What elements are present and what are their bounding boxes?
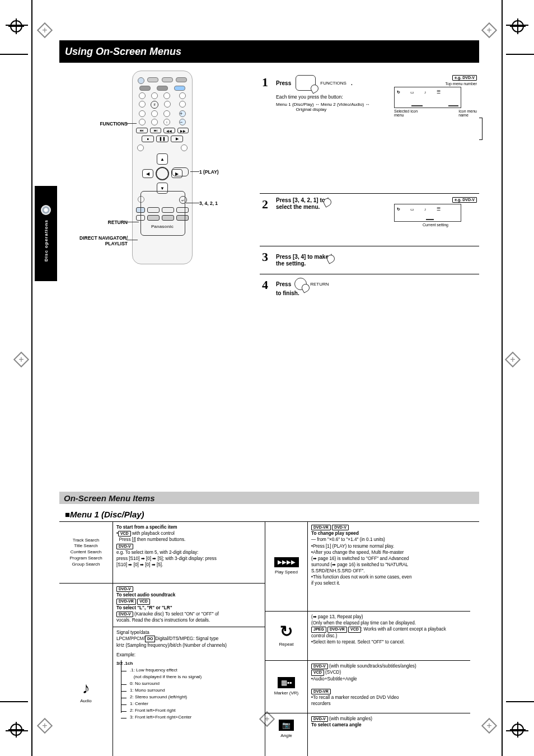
cell-label: Repeat [279,642,294,648]
badge-vcd: VCD [311,670,324,675]
label-functions: FUNCTIONS [65,121,128,127]
step-press-prefix: Press [276,254,293,260]
cell-icon-marker: ▦▪▪ Marker (VR) [265,661,307,713]
tree-item: 3: Front left+Front right+Center [125,714,261,721]
repeat-icon [397,90,400,95]
registration-mark [10,724,22,736]
cell-text: Press [∫] then numbered buttons. [119,537,186,542]
step-2: 2 Press [3, 4, 2, 1] to select the menu.… [260,194,479,246]
steps-panel: 1 Press FUNCTIONS. Each time you press t… [260,72,479,305]
cell-label: Marker (VR) [274,690,299,697]
label-play: 1 (PLAY) [199,169,219,175]
trim-line [0,54,28,55]
trim-line [506,701,534,702]
arrow-left-icon: ◀ [142,169,153,178]
leader-line [127,222,139,222]
badge-dvdv: DVD-V [116,612,133,617]
osd-diagram-2: ▭ [394,204,461,222]
tree-item: 1: Mono surround [125,687,261,694]
badge-dvdvr: DVD-VR [311,525,331,530]
leader-line [411,105,423,106]
tree-item-sub: (not displayed if there is no signal) [134,674,202,679]
step-press-suffix: to make [306,254,329,260]
cell-text: To select audio soundtrack [116,592,175,598]
badge-dvdv: e.g. DVD-V [452,75,477,81]
repeat-icon [397,207,400,212]
marker-icon: ▦▪▪ [278,677,296,688]
cell-label: Audio [80,698,91,704]
cell-label: Track Search Title Search Content Search… [69,538,102,568]
subsection-heading: Menu 1 (Disc/Play) [65,510,479,519]
trim-line [0,701,28,702]
cell-body-repeat: (➡ page 13, Repeat play) (Only when the … [308,612,470,661]
registration-diamond [39,25,50,36]
leader-line [448,105,458,106]
trim-line [502,0,503,756]
step-line2: the setting. [276,260,306,267]
cell-body-angle: DVD-V (with multiple angles) To select c… [308,713,470,745]
crop-tick [6,25,28,26]
remote-diagram: F + ↕− ⏮⏭◀◀▶▶ ∎❚❚▶ ▲ ▼ ◀ ▶ ↩ [132,71,193,264]
badge-dvdv: DVD-V [311,716,328,722]
label-navigator: DIRECT NAVIGATOR/ PLAYLIST [65,235,128,246]
cell-label: Play Speed [275,570,298,576]
trim-line [506,54,534,55]
step-press-label: Press [276,80,291,86]
angle-icon: 📷 [279,720,294,731]
display-icon: ▭ [410,90,414,95]
step-number: 1 [262,75,268,90]
cell-icon-audio: Audio [59,584,113,756]
step-line2: to finish. [276,290,299,296]
enter-button-icon [156,167,169,180]
disc-icon [41,205,51,215]
step-arrows: [3, 4, 2, 1] [293,197,318,203]
registration-mark [512,20,524,32]
cell-text: with playback control [131,531,175,536]
marker-icon [437,207,441,212]
audio-icon [424,207,427,211]
cell-text: After you change the speed, Multi Re-mas… [311,550,409,573]
registration-diamond [16,354,27,365]
cell-heading: To start from a specific item [116,525,177,530]
section-bar-label: On-Screen Menu Items [64,493,155,503]
badge-dvdv: DVD-V [116,586,133,592]
osd-diagram-1: ▭ [394,87,461,108]
display-icon: ▭ [410,207,414,212]
badge-vcd: VCD [137,599,150,604]
page-title: Using On-Screen Menus [59,40,479,63]
badge-dvdv: DVD-V [332,525,349,530]
step-arrows: [3, 4] [293,254,306,260]
osd-caption-top: Top menu number [394,82,477,86]
tree-item: 2: Stereo surround (left/right) [125,694,261,701]
highlight-frame [172,167,189,176]
cell-text: This function does not work in some case… [311,575,411,586]
side-tab: Disc operations [35,186,57,281]
step-line2: select the menu. [276,204,320,210]
arrow-up-icon: ▲ [157,153,168,165]
tree-item: 2: Front left+Front right [125,707,261,714]
cell-icon-speed: ▶▶▶▶ Play Speed [265,522,307,612]
step-number: 3 [262,250,268,270]
crop-tick [6,730,28,731]
cell-text: To select "L", "R" or "LR" [116,605,172,610]
tree-item: 1: Center [125,701,261,707]
cell-icon-search: Track Search Title Search Content Search… [59,522,113,584]
example-label: Example: [116,652,261,658]
menu-table: Track Search Title Search Content Search… [59,521,479,756]
dolby-icon: DO [145,636,156,642]
cell-text: To select camera angle [311,722,362,727]
cell-body-audio: DVD-V To select audio soundtrack DVD-VR … [113,584,265,756]
step-number: 4 [262,278,268,301]
cell-text: — from "×0.6" to "×1.4" (in 0.1 units) [311,537,385,542]
marker-icon [437,90,441,95]
registration-diamond [507,354,518,365]
cell-text: (Only when the elapsed play time can be … [311,620,416,626]
step-press-prefix: Press [276,197,293,203]
cell-body-search: To start from a specific item VCD with p… [113,522,265,584]
leader-line [186,203,199,203]
cell-body-speed: DVD-VR DVD-V To change play speed — from… [308,522,470,612]
badge-vcd: VCD [118,531,131,536]
return-button-icon [294,278,307,290]
tree-root: 3/2 .1ch [116,660,261,667]
cell-icon-angle: 📷 Angle [265,713,307,745]
